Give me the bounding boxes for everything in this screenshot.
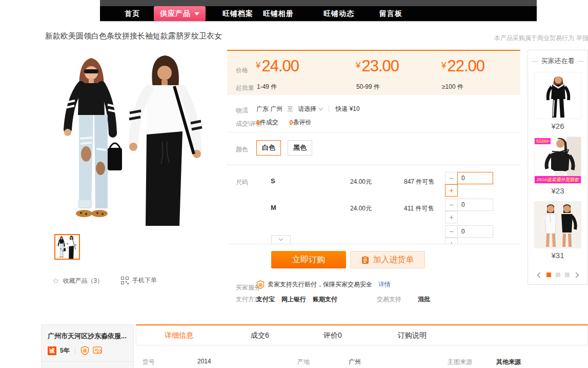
quantity-input[interactable] <box>457 199 493 211</box>
thumbnail-selected[interactable] <box>54 234 80 260</box>
size-stock: 847 件可售 <box>404 178 434 186</box>
nav-shop-feed[interactable]: 旺铺动态 <box>323 9 354 18</box>
origin-label: 产地 <box>297 358 310 366</box>
plus-button[interactable]: + <box>445 211 458 223</box>
favorite-product[interactable]: ☆ 收藏产品（3） <box>52 276 103 285</box>
pager-dot-1[interactable] <box>546 273 551 277</box>
quantity-input[interactable] <box>457 225 493 238</box>
size-name: M <box>271 204 276 211</box>
favorite-label: 收藏产品（3） <box>63 277 103 285</box>
page-title: 新款欧美圆领白色条纹拼接长袖短款露脐罗纹卫衣女 <box>45 31 222 41</box>
main-product-image <box>46 51 220 226</box>
tier2-qty: 50-99 件 <box>356 83 380 91</box>
review-count[interactable]: 0 <box>290 119 293 126</box>
tier3-price: ¥22.00 <box>441 57 484 75</box>
sidebar-product-1-image <box>534 72 581 119</box>
size-list: 尺码 S 24.00元 847 件可售 − + M 24.00元 411 件可售… <box>227 169 520 244</box>
size-price: 24.00元 <box>350 178 372 186</box>
quantity-input[interactable] <box>457 172 493 184</box>
svg-text:保: 保 <box>258 283 263 287</box>
sidebar-product-3-image <box>534 201 581 248</box>
divider <box>227 132 520 132</box>
plus-button[interactable]: + <box>445 238 458 244</box>
destination-select[interactable]: 请选择 <box>298 105 316 113</box>
tab-reviews[interactable]: 评价0 <box>323 331 342 340</box>
divider <box>75 347 75 354</box>
logistics-value: 广东 广州 至 请选择 快递 ¥10 <box>256 105 360 113</box>
tab-order-guide[interactable]: 订购说明 <box>398 331 427 340</box>
seller-name[interactable]: 广州市天河区沙东淼依服... <box>42 325 133 341</box>
seller-badges: 诚 5年 保 <box>48 346 127 355</box>
expand-sizes-button[interactable] <box>271 235 291 244</box>
nav-shop-profile[interactable]: 旺铺档案 <box>222 9 253 18</box>
size-label: 尺码 <box>236 178 248 187</box>
service-text: 卖家支持先行赔付，保障买家交易安全 <box>268 280 372 289</box>
product-tag-badge: 5225# <box>535 138 551 144</box>
mobile-order[interactable]: 手机下单 <box>121 276 157 285</box>
nav-shop-album[interactable]: 旺铺相册 <box>263 9 294 18</box>
size-name: S <box>271 177 275 185</box>
top-strip <box>100 0 537 6</box>
mobile-order-label: 手机下单 <box>132 276 157 285</box>
origin-value: 广州 <box>349 358 361 366</box>
tab-deals[interactable]: 成交6 <box>251 331 269 340</box>
sidebar-product-1[interactable]: ¥26 <box>534 72 581 130</box>
deal-count[interactable]: 6 <box>256 119 260 126</box>
item-no-label: 货号 <box>143 358 155 366</box>
add-to-cart-label: 加入进货单 <box>373 255 414 265</box>
tier1-price: ¥24.00 <box>256 57 299 75</box>
logistics-from: 广东 广州 <box>256 105 282 113</box>
deal-review-value: 6 件成交 0 条评价 <box>256 118 311 127</box>
chevron-down-icon <box>279 237 283 241</box>
pager-dot-3[interactable] <box>565 273 570 277</box>
qr-code-icon <box>121 277 129 284</box>
size-row: 尺码 S 24.00元 847 件可售 − + <box>227 169 520 196</box>
order-now-button[interactable]: 立即订购 <box>271 251 346 268</box>
payment-alipay: 支付宝 <box>256 295 275 304</box>
certificate-icon <box>93 346 102 355</box>
minus-button[interactable]: − <box>445 225 458 238</box>
minus-button[interactable]: − <box>445 172 458 184</box>
payment-credit-term: 账期支付 <box>313 295 337 304</box>
nav-message-board[interactable]: 留言板 <box>379 9 402 18</box>
service-detail-link[interactable]: 详情 <box>378 280 391 289</box>
deal-unit[interactable]: 件成交 <box>260 118 278 127</box>
offer-panel: 价格 ¥24.00 ¥23.00 ¥22.00 起批量 1-49 件 50-99… <box>227 50 520 317</box>
sidebar-product-3[interactable]: ¥31 <box>534 201 581 260</box>
color-option-black[interactable]: 黑色 <box>288 140 312 156</box>
sidebar-product-2[interactable]: 5225# 2016速卖通外贸新款 ¥23 <box>534 137 581 195</box>
sidebar-pager <box>528 273 587 277</box>
nav-supply-products[interactable]: 供应产品 <box>154 6 206 21</box>
plus-button[interactable]: + <box>445 184 458 197</box>
shield-bao-icon: 保 <box>256 280 265 289</box>
pager-next-icon[interactable] <box>573 272 579 278</box>
sidebar-product-3-price: ¥31 <box>534 251 581 260</box>
pager-dot-2[interactable] <box>556 273 560 277</box>
chevron-down-icon <box>319 106 323 110</box>
tier1-qty: 1-49 件 <box>257 83 277 91</box>
add-to-cart-button[interactable]: 加入进货单 <box>350 251 425 268</box>
chengxintong-badge: 诚 <box>48 346 56 355</box>
minus-button[interactable]: − <box>445 199 458 211</box>
contact-seller[interactable]: 联系卖家:伍杰 <box>42 362 133 368</box>
pager-prev-icon[interactable] <box>537 272 542 278</box>
payment-online-bank: 网上银行 <box>281 295 306 304</box>
sidebar-title: 买家还在看 <box>528 56 587 66</box>
tier3-qty: ≥100 件 <box>442 83 463 91</box>
nav-home[interactable]: 首页 <box>125 9 140 18</box>
sidebar-product-2-image: 5225# 2016速卖通外贸新款 <box>534 137 581 184</box>
tab-detail-info[interactable]: 详细信息 <box>165 331 193 340</box>
shield-bao-icon: 保 <box>80 346 89 355</box>
caret-down-icon <box>194 12 199 15</box>
review-unit[interactable]: 条评价 <box>293 118 311 127</box>
seller-years: 5年 <box>60 346 70 355</box>
color-option-white[interactable]: 白色 <box>256 140 281 156</box>
price-tier-box: 价格 ¥24.00 ¥23.00 ¥22.00 起批量 1-49 件 50-99… <box>227 50 520 95</box>
report-link[interactable]: 举报 <box>576 34 588 43</box>
color-options: 白色 黑色 <box>256 140 312 156</box>
sidebar-product-2-price: ¥23 <box>534 186 581 195</box>
color-label: 颜色 <box>236 145 248 154</box>
divider <box>329 106 329 112</box>
seller-card: 广州市天河区沙东淼依服... 诚 5年 保 联系卖家 <box>41 324 134 368</box>
trade-support-label: 交易支持 <box>377 295 401 304</box>
